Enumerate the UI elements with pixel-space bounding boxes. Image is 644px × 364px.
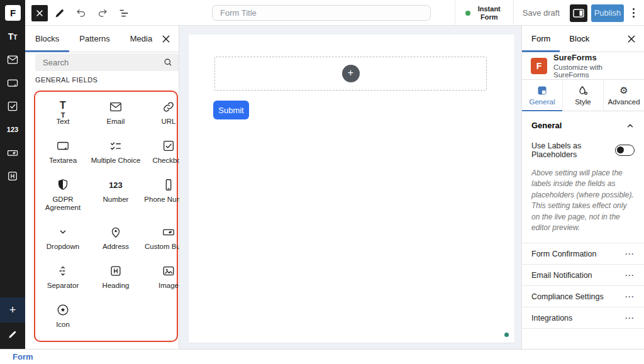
block-search — [35, 53, 179, 71]
heading-icon — [6, 170, 19, 182]
rail-item-email[interactable] — [0, 52, 25, 67]
plugin-card: F SureForms Customize with SureForms — [522, 52, 644, 80]
number-icon: 123 — [109, 178, 123, 192]
block-multiple-choice[interactable]: Multiple Choice — [89, 139, 142, 165]
toggle-label: Use Labels as Placeholders — [531, 141, 615, 159]
rail-item-heading[interactable] — [0, 168, 25, 184]
undo-button[interactable] — [72, 4, 91, 23]
textarea-icon — [56, 139, 70, 153]
ellipsis-menu-button[interactable]: ⋯ — [625, 251, 635, 257]
edit-pencil-button[interactable] — [50, 4, 69, 23]
tab-blocks[interactable]: Blocks — [25, 26, 69, 52]
block-heading[interactable]: Heading — [89, 264, 142, 290]
rail-item-number[interactable]: 123 — [0, 122, 25, 137]
pencil-icon — [54, 8, 65, 19]
close-inserter-button[interactable] — [160, 33, 172, 45]
editor-canvas: + Submit — [179, 26, 521, 349]
tab-general[interactable]: General — [522, 80, 563, 111]
ellipsis-menu-button[interactable]: ⋯ — [625, 272, 635, 279]
editor-top-bar: Instant Form Save draft Publish — [25, 0, 644, 26]
pencil-icon — [8, 329, 18, 339]
row-compliance-settings[interactable]: Compliance Settings ⋯ — [522, 286, 644, 307]
teal-indicator-dot — [504, 333, 509, 337]
block-gdpr-agreement[interactable]: GDPR Agreement — [36, 178, 89, 212]
breadcrumb-form[interactable]: Form — [13, 352, 33, 361]
toolbar-right: Instant Form Save draft Publish — [455, 0, 644, 26]
section-title-general-fields: GENERAL FIELDS — [35, 76, 97, 84]
heading-icon — [109, 264, 123, 278]
phone-icon — [162, 178, 175, 192]
tab-block[interactable]: Block — [560, 26, 599, 52]
submit-button[interactable]: Submit — [213, 101, 249, 119]
block-separator[interactable]: Separator — [36, 264, 89, 290]
instant-form-toggle[interactable]: Instant Form — [455, 0, 514, 26]
labels-placeholder-setting: Use Labels as Placeholders — [522, 136, 644, 159]
inserter-tabs: Blocks Patterns Media — [25, 26, 179, 52]
redo-button[interactable] — [93, 4, 112, 23]
editor-footer: Form — [0, 349, 644, 364]
row-integrations[interactable]: Integrations ⋯ — [522, 307, 644, 329]
sidebar-toggle-button[interactable] — [570, 4, 587, 22]
custom-button-icon — [162, 225, 175, 239]
row-form-confirmation[interactable]: Form Confirmation ⋯ — [522, 243, 644, 265]
tab-style[interactable]: Style — [563, 80, 604, 111]
tab-media[interactable]: Media — [120, 26, 162, 52]
number-icon: 123 — [7, 126, 18, 133]
tab-advanced[interactable]: ⚙ Advanced — [604, 80, 644, 111]
settings-sections: Form Confirmation ⋯ Email Notification ⋯… — [522, 243, 644, 329]
rail-item-custom-button[interactable] — [0, 145, 25, 160]
link-icon — [162, 100, 175, 114]
ellipsis-menu-button[interactable]: ⋯ — [625, 315, 635, 321]
close-icon — [36, 9, 43, 17]
shield-icon — [56, 178, 70, 192]
close-settings-button[interactable] — [625, 33, 638, 45]
text-icon: TT — [60, 100, 66, 114]
plugin-subtitle: Customize with SureForms — [553, 63, 635, 79]
form-title-input[interactable] — [212, 5, 431, 21]
search-input[interactable] — [35, 53, 179, 71]
setting-category-tabs: General Style ⚙ Advanced — [522, 80, 644, 111]
close-editor-button[interactable] — [31, 5, 48, 21]
close-icon — [627, 35, 636, 43]
sureforms-logo[interactable]: F — [5, 5, 21, 21]
separator-icon — [56, 264, 70, 278]
row-email-notification[interactable]: Email Notification ⋯ — [522, 265, 644, 286]
save-draft-button[interactable]: Save draft — [523, 8, 560, 18]
block-drop-zone[interactable]: + — [214, 57, 487, 91]
block-email[interactable]: Email — [89, 100, 142, 126]
star-circle-icon — [56, 303, 70, 317]
ellipsis-menu-button[interactable]: ⋯ — [625, 294, 635, 300]
rail-add-button[interactable]: + — [0, 297, 25, 323]
options-menu-button[interactable] — [625, 4, 641, 23]
settings-sidebar: Form Block F SureForms Customize with Su… — [521, 26, 644, 349]
chevron-down-icon — [56, 225, 70, 239]
block-dropdown[interactable]: Dropdown — [36, 225, 89, 251]
block-text[interactable]: TT Text — [36, 100, 89, 126]
labels-placeholder-toggle[interactable] — [615, 145, 635, 156]
text-icon: TT — [8, 31, 18, 41]
checkbox-icon — [6, 100, 19, 113]
redo-icon — [96, 7, 109, 19]
rail-item-checkbox[interactable] — [0, 99, 25, 114]
search-icon — [162, 57, 174, 68]
block-number[interactable]: 123 Number — [89, 178, 142, 212]
rail-item-text[interactable]: TT — [0, 29, 25, 44]
rail-item-textarea[interactable] — [0, 75, 25, 91]
add-block-button[interactable]: + — [342, 65, 360, 82]
tab-patterns[interactable]: Patterns — [69, 26, 119, 52]
email-icon — [109, 100, 123, 114]
general-icon — [537, 85, 547, 96]
general-accordion-header[interactable]: General — [522, 111, 644, 136]
rail-edit-button[interactable] — [0, 326, 25, 343]
sidebar-panel-icon — [573, 9, 584, 18]
block-address[interactable]: Address — [89, 225, 142, 251]
block-textarea[interactable]: Textarea — [36, 139, 89, 165]
publish-button[interactable]: Publish — [591, 4, 624, 22]
instant-form-label: Instant Form — [475, 5, 503, 21]
tab-form[interactable]: Form — [522, 26, 560, 52]
toolbar-left — [31, 0, 133, 26]
list-view-button[interactable] — [114, 4, 133, 23]
block-inserter-panel: Blocks Patterns Media GENERAL FIELDS TT … — [25, 26, 179, 349]
block-icon[interactable]: Icon — [36, 303, 89, 329]
sureforms-logo: F — [531, 58, 547, 74]
